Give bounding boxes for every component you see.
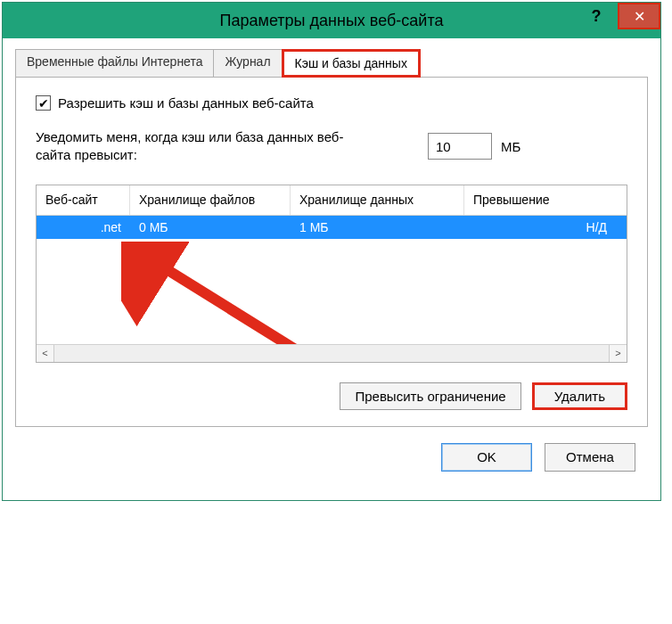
tab-history[interactable]: Журнал	[213, 49, 282, 78]
cancel-button[interactable]: Отмена	[545, 443, 635, 472]
allow-cache-label: Разрешить кэш и базы данных веб-сайта	[58, 95, 314, 111]
dialog-window: Параметры данных веб-сайта ? ✕ Временные…	[2, 2, 661, 501]
tab-strip: Временные файлы Интернета Журнал Кэш и б…	[15, 49, 648, 78]
tab-temp-files[interactable]: Временные файлы Интернета	[15, 49, 214, 78]
notify-threshold-input[interactable]	[428, 133, 492, 160]
help-button[interactable]: ?	[575, 3, 618, 29]
notify-label: Уведомить меня, когда кэш или база данны…	[36, 128, 374, 165]
window-title: Параметры данных веб-сайта	[3, 12, 660, 30]
ok-button[interactable]: OK	[441, 443, 532, 472]
allow-cache-checkbox[interactable]: ✔	[36, 95, 51, 111]
notify-row: Уведомить меня, когда кэш или база данны…	[36, 128, 627, 165]
allow-cache-row[interactable]: ✔ Разрешить кэш и базы данных веб-сайта	[36, 95, 627, 111]
exceed-limit-button[interactable]: Превысить ограничение	[340, 382, 520, 410]
svg-line-1	[143, 255, 308, 357]
col-file-storage[interactable]: Хранилище файлов	[130, 185, 291, 215]
cell-data-storage: 1 МБ	[291, 220, 464, 234]
dialog-footer: OK Отмена	[15, 427, 648, 489]
scroll-right-icon[interactable]: >	[609, 345, 627, 362]
titlebar-controls: ? ✕	[575, 3, 660, 29]
notify-unit: МБ	[501, 139, 520, 154]
tab-panel: ✔ Разрешить кэш и базы данных веб-сайта …	[15, 77, 648, 427]
col-exceeded[interactable]: Превышение	[464, 185, 627, 215]
col-data-storage[interactable]: Хранилище данных	[291, 185, 464, 215]
close-button[interactable]: ✕	[618, 3, 660, 29]
dialog-body: Временные файлы Интернета Журнал Кэш и б…	[3, 38, 660, 500]
titlebar: Параметры данных веб-сайта ? ✕	[3, 3, 660, 38]
scroll-left-icon[interactable]: <	[37, 345, 54, 362]
horizontal-scrollbar[interactable]: < >	[37, 344, 627, 362]
sites-table: Веб-сайт Хранилище файлов Хранилище данн…	[36, 185, 627, 363]
cell-exceeded: Н/Д	[464, 220, 627, 234]
table-header: Веб-сайт Хранилище файлов Хранилище данн…	[37, 185, 627, 216]
col-website[interactable]: Веб-сайт	[37, 185, 130, 215]
panel-buttons: Превысить ограничение Удалить	[36, 382, 627, 410]
cell-file-storage: 0 МБ	[130, 220, 291, 234]
delete-button[interactable]: Удалить	[532, 382, 627, 410]
table-row[interactable]: .net 0 МБ 1 МБ Н/Д	[37, 216, 627, 239]
tab-cache-db[interactable]: Кэш и базы данных	[282, 49, 421, 78]
cell-site: .net	[37, 220, 130, 234]
